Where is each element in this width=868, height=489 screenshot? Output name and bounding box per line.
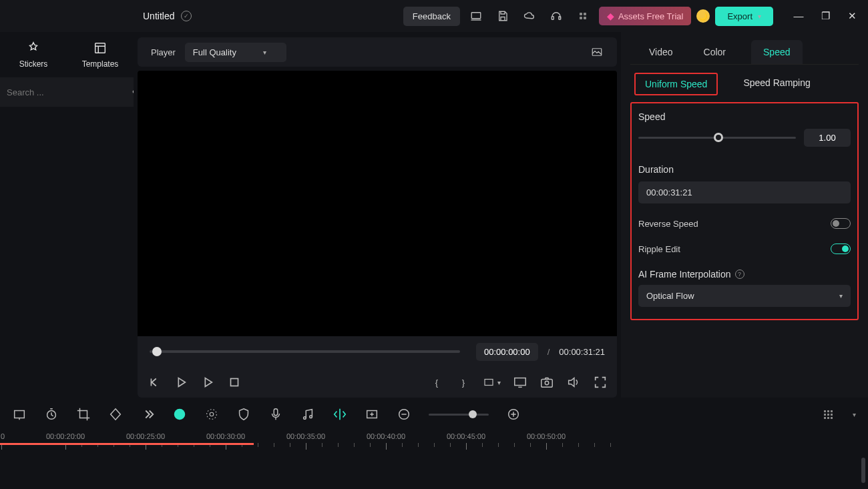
tl-more-icon[interactable]: [140, 407, 155, 422]
svg-rect-1: [552, 17, 554, 20]
tl-shield-icon[interactable]: [236, 407, 251, 422]
speed-value[interactable]: 1.00: [804, 129, 851, 147]
ruler-label: 00:00:30:00: [206, 432, 245, 440]
sidebar-tab-templates[interactable]: Templates: [67, 32, 134, 77]
tl-insert-icon[interactable]: [365, 407, 379, 422]
tl-ai-icon[interactable]: [172, 407, 187, 422]
svg-rect-7: [515, 378, 526, 386]
bracket-end-icon[interactable]: }: [456, 375, 471, 390]
topbar: Untitled ✓ Feedback ◆Assets Free Trial 🌙…: [0, 0, 868, 32]
next-frame-button[interactable]: [200, 375, 215, 390]
fullscreen-icon[interactable]: [593, 375, 608, 390]
tl-tool1-icon[interactable]: [12, 407, 27, 422]
camera-icon[interactable]: [539, 375, 554, 390]
ai-interp-value: Optical Flow: [646, 291, 694, 301]
svg-rect-0: [471, 13, 481, 19]
tab-video[interactable]: Video: [644, 40, 678, 64]
cloud-icon[interactable]: [519, 5, 540, 27]
tab-color[interactable]: Color: [698, 40, 731, 64]
tab-speed[interactable]: Speed: [751, 40, 802, 64]
tl-mic-icon[interactable]: [268, 407, 283, 422]
headset-icon[interactable]: [546, 5, 567, 27]
svg-rect-15: [274, 409, 278, 416]
tl-effect-icon[interactable]: [204, 407, 219, 422]
speed-slider[interactable]: [638, 137, 796, 139]
ruler-label: 00:00:20:00: [46, 432, 85, 440]
tl-music-icon[interactable]: [300, 407, 315, 422]
search-input[interactable]: [7, 87, 119, 97]
timeline-ruler[interactable]: 00:00:20:0000:00:25:0000:00:30:0000:00:3…: [0, 431, 868, 455]
export-button[interactable]: Export▾: [715, 7, 773, 26]
reverse-toggle[interactable]: [831, 218, 851, 229]
quality-select[interactable]: Full Quality▾: [185, 43, 286, 62]
stop-button[interactable]: [227, 375, 242, 390]
device-icon[interactable]: [465, 5, 487, 27]
snapshot-icon[interactable]: [586, 41, 608, 63]
tab-speed-ramping[interactable]: Speed Ramping: [734, 73, 819, 95]
zoom-in-button[interactable]: [506, 407, 521, 422]
prev-frame-button[interactable]: [147, 375, 162, 390]
properties-panel: Video Color Speed Uniform Speed Speed Ra…: [621, 32, 868, 398]
ripple-toggle[interactable]: [831, 243, 851, 254]
templates-icon: [93, 41, 107, 55]
avatar-icon[interactable]: 🌙: [696, 9, 710, 23]
close-button[interactable]: ✕: [845, 10, 859, 22]
display-icon[interactable]: [513, 375, 527, 390]
diamond-icon: ◆: [607, 11, 614, 21]
video-viewport[interactable]: [138, 71, 617, 336]
timeline-playhead[interactable]: [0, 443, 254, 445]
player-area: Player Full Quality▾ 00:00:00:00 / 00:00…: [134, 32, 621, 398]
trial-label: Assets Free Trial: [618, 11, 684, 21]
stickers-icon: [26, 41, 41, 55]
svg-rect-2: [559, 17, 561, 20]
ruler-label: 00:00:40:00: [367, 432, 405, 440]
play-button[interactable]: [174, 375, 188, 390]
apps-icon[interactable]: [572, 5, 594, 27]
ratio-select[interactable]: ▾: [483, 376, 501, 388]
tab-uniform-speed[interactable]: Uniform Speed: [634, 73, 718, 95]
time-duration: 00:00:31:21: [559, 347, 605, 357]
svg-rect-8: [541, 379, 553, 387]
svg-point-12: [174, 409, 186, 420]
svg-rect-10: [15, 411, 25, 418]
ruler-label: 00:00:50:00: [527, 432, 566, 440]
tl-split-icon[interactable]: [333, 407, 347, 422]
check-icon: ✓: [181, 11, 192, 21]
templates-label: Templates: [82, 59, 119, 69]
tl-timer-icon[interactable]: [44, 407, 59, 422]
bracket-start-icon[interactable]: {: [429, 375, 444, 390]
svg-point-9: [545, 381, 549, 385]
duration-label: Duration: [638, 164, 851, 175]
ruler-label: 00:00:45:00: [447, 432, 485, 440]
tl-grid-icon[interactable]: [821, 407, 835, 422]
ripple-label: Ripple Edit: [638, 244, 680, 254]
help-icon[interactable]: ?: [735, 270, 744, 279]
zoom-out-button[interactable]: [397, 407, 411, 422]
quality-value: Full Quality: [193, 47, 236, 57]
ai-interp-label: AI Frame Interpolation: [638, 269, 731, 280]
tl-grid-chevron-icon[interactable]: ▾: [853, 411, 856, 418]
duration-input[interactable]: [638, 181, 851, 203]
svg-point-14: [207, 410, 217, 420]
maximize-button[interactable]: ❐: [819, 10, 832, 22]
save-icon[interactable]: [492, 5, 513, 27]
export-label: Export: [727, 11, 752, 21]
timeline-tracks[interactable]: [0, 455, 868, 487]
tl-diamond-icon[interactable]: [108, 407, 123, 422]
ai-interp-select[interactable]: Optical Flow ▾: [638, 285, 851, 307]
time-separator: /: [548, 347, 550, 357]
zoom-slider[interactable]: [429, 414, 489, 416]
minimize-button[interactable]: —: [792, 10, 805, 22]
volume-icon[interactable]: [566, 375, 581, 390]
svg-point-13: [210, 412, 214, 416]
timeline-scrollbar[interactable]: [861, 458, 865, 483]
timeline: ▾ 00:00:20:0000:00:25:0000:00:30:0000:00…: [0, 398, 868, 489]
scrub-slider[interactable]: [150, 350, 460, 353]
speed-label: Speed: [638, 111, 851, 122]
trial-button[interactable]: ◆Assets Free Trial: [599, 7, 692, 25]
feedback-button[interactable]: Feedback: [403, 7, 460, 26]
sidebar-tab-stickers[interactable]: Stickers: [0, 32, 67, 77]
chevron-down-icon: ▾: [263, 49, 266, 56]
time-current: 00:00:00:00: [476, 343, 538, 361]
tl-crop-icon[interactable]: [76, 407, 91, 422]
